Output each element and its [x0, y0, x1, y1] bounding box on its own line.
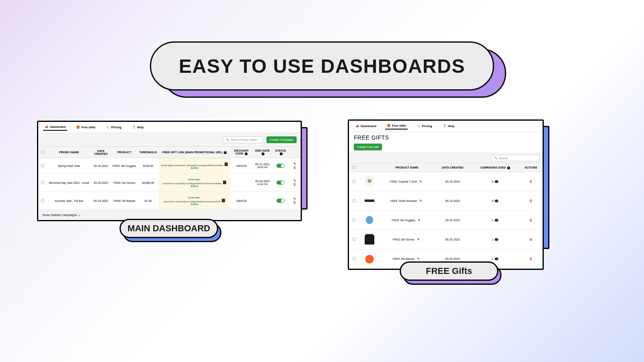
gift-url: lyonik-apps-production.myshopify.com/app…	[164, 196, 221, 203]
product-name: FREE Shark Bracelet	[390, 200, 417, 202]
info-icon[interactable]: i	[280, 152, 283, 155]
select-all-checkbox[interactable]	[41, 150, 44, 154]
edit-icon[interactable]: ✎	[417, 257, 420, 261]
product-thumbnail	[365, 253, 374, 264]
row-checkbox[interactable]	[353, 199, 356, 202]
edit-icon[interactable]: ✎	[419, 180, 422, 183]
product-thumbnail	[365, 234, 374, 245]
row-checkbox[interactable]	[353, 238, 356, 241]
table-row: FREE Ski Goggles ✎ 05-25-2023 1 🗑	[349, 211, 543, 230]
campaigns-used: 1	[492, 257, 493, 260]
create-campaign-button[interactable]: Create Campaign	[266, 136, 297, 143]
eye-icon[interactable]	[495, 219, 498, 222]
megaphone-icon: 📣	[355, 124, 359, 128]
col-gift-link: FREE GIFT LINK (MAIN PROMOTIONAL URL)	[162, 151, 223, 154]
hero-title: EASY TO USE DASHBOARDS	[179, 55, 465, 77]
col-status: STATUS	[275, 149, 286, 152]
info-icon[interactable]: i	[245, 152, 248, 155]
row-checkbox[interactable]	[41, 164, 44, 167]
page-header: FREE GIFTS Create Free Gift	[349, 132, 543, 153]
nav-free-gifts[interactable]: 🎁 Free Gifts	[74, 124, 97, 130]
row-checkbox[interactable]	[41, 181, 44, 184]
row-checkbox[interactable]	[353, 180, 356, 183]
nav-dashboard[interactable]: 📣 Dashboard	[43, 124, 67, 131]
product-thumbnail	[365, 215, 374, 225]
table-row: FREE Shark Bracelet ✎ 05-10-2023 0 🗑	[349, 191, 543, 211]
info-icon[interactable]: i	[224, 151, 227, 154]
date-created: 05-25-2023	[91, 158, 111, 174]
edit-icon[interactable]: ✎	[293, 197, 296, 201]
campaigns-used: 1	[492, 219, 493, 222]
megaphone-icon: 📣	[45, 125, 48, 129]
delete-icon[interactable]: 🗑	[529, 218, 533, 222]
edit-icon[interactable]: ✎	[417, 238, 420, 241]
campaigns-used: 0	[492, 180, 493, 183]
delete-icon[interactable]: 🗑	[293, 166, 296, 169]
gifts-table: PRODUCT NAME DATE CREATED CAMPAIGNS USED…	[349, 163, 543, 269]
row-checkbox[interactable]	[41, 199, 44, 202]
product: FREE Ski Beanie	[111, 192, 138, 210]
discount-code: SAVE20	[230, 192, 252, 210]
col-date-created: DATE CREATED	[91, 147, 111, 158]
product-name: FREE Ski Gloves	[392, 238, 414, 241]
delete-icon[interactable]: 🗑	[529, 180, 533, 183]
clipboard-icon[interactable]	[222, 199, 225, 202]
label-text: FREE Gifts	[426, 266, 472, 276]
delete-icon[interactable]: 🗑	[529, 199, 533, 203]
edit-icon[interactable]: ✎	[419, 199, 422, 203]
edit-icon[interactable]: ✎	[293, 162, 296, 166]
edit-icon[interactable]: ✎	[418, 218, 421, 222]
discount-code	[230, 174, 252, 192]
end-time: 08:00 AM	[257, 166, 267, 169]
threshold: $1000.00	[138, 174, 159, 192]
eye-icon[interactable]	[495, 238, 498, 241]
eye-icon[interactable]	[495, 257, 498, 260]
search-input[interactable]: 🔍 Search	[491, 155, 539, 161]
delete-icon[interactable]: 🗑	[293, 201, 296, 204]
status-toggle[interactable]	[277, 199, 285, 203]
col-date-created: DATE CREATED	[434, 163, 471, 172]
info-icon[interactable]: i	[262, 152, 264, 155]
create-free-gift-button[interactable]: Create Free Gift	[354, 144, 382, 150]
clipboard-icon[interactable]	[225, 162, 228, 166]
delete-icon[interactable]: 🗑	[529, 257, 533, 261]
label-text: MAIN DASHBOARD	[128, 223, 210, 234]
promo-name: Spring Flash Sale	[47, 158, 91, 174]
select-all-checkbox[interactable]	[353, 166, 356, 169]
nav-pricing[interactable]: 🏷️ Pricing	[104, 124, 123, 130]
free-gifts-label: FREE Gifts	[400, 261, 498, 281]
clipboard-icon[interactable]	[223, 181, 226, 184]
delete-icon[interactable]: 🗑	[293, 183, 296, 186]
date-created: 05-19-2023	[91, 192, 111, 210]
col-promo-name: PROMO NAME	[47, 147, 91, 158]
threshold: $1.00	[138, 192, 159, 210]
nav-help[interactable]: ❓ Help	[130, 124, 145, 130]
hero-pill: EASY TO USE DASHBOARDS	[150, 41, 494, 90]
status-toggle[interactable]	[277, 181, 285, 185]
price-tag-icon: 🏷️	[106, 125, 109, 129]
product-name: FREE Tropical T-Shirt	[390, 180, 417, 183]
row-checkbox[interactable]	[353, 257, 356, 260]
eye-icon[interactable]	[495, 180, 498, 183]
delete-icon[interactable]: 🗑	[529, 238, 533, 241]
status-toggle[interactable]	[277, 164, 285, 168]
url-status: Active	[190, 167, 198, 169]
search-bar: 🔍 Search	[349, 153, 543, 163]
row-checkbox[interactable]	[353, 218, 356, 222]
end-time: 04:00 PM	[257, 183, 268, 185]
date-created: 05-10-2023	[434, 191, 471, 211]
chevron-down-icon: ⌄	[78, 213, 81, 217]
col-actions: ACTIONS	[519, 163, 543, 172]
gift-icon: 🎁	[387, 124, 390, 128]
edit-icon[interactable]: ✎	[293, 179, 296, 183]
eye-icon[interactable]	[495, 200, 498, 202]
nav-free-gifts[interactable]: 🎁 Free Gifts	[385, 123, 408, 130]
nav-pricing[interactable]: 🏷️ Pricing	[415, 123, 433, 129]
table-row: Memorial Day Sale 2023 - Email 05-20-202…	[38, 174, 301, 192]
search-input[interactable]: 🔍 Search Promo Name	[223, 136, 263, 143]
nav-dashboard[interactable]: 📣 Dashboard	[354, 123, 378, 129]
info-icon[interactable]: i	[507, 167, 510, 169]
date-created: 05-25-2023	[434, 211, 471, 230]
campaigns-used: 1	[492, 238, 493, 241]
nav-help[interactable]: ❓ Help	[441, 123, 456, 129]
